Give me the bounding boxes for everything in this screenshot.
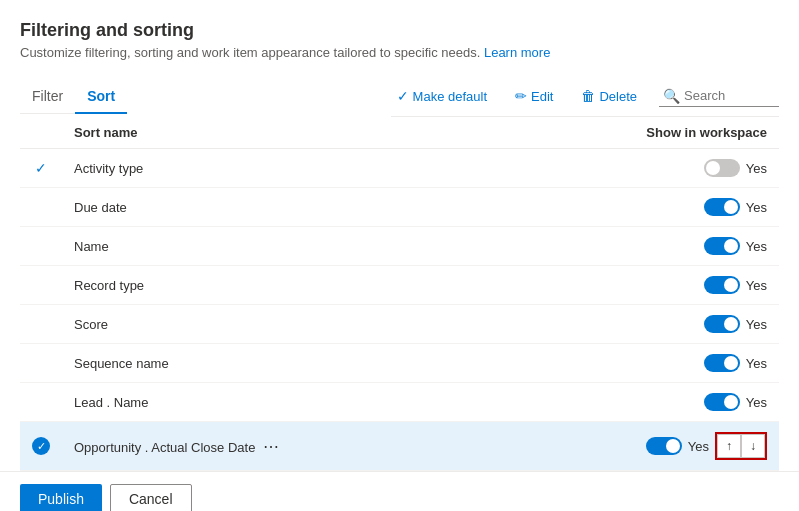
tab-filter[interactable]: Filter xyxy=(20,80,75,114)
row-sort-name: Due date xyxy=(62,188,619,227)
row-check xyxy=(20,305,62,344)
row-check: ✓ xyxy=(20,422,62,471)
row-check xyxy=(20,266,62,305)
tabs: Filter Sort xyxy=(20,80,127,114)
row-show-cell: Yes xyxy=(619,266,779,305)
row-show-cell: Yes xyxy=(619,344,779,383)
table-row[interactable]: Lead . NameYes xyxy=(20,383,779,422)
show-toggle[interactable] xyxy=(704,315,740,333)
show-toggle[interactable] xyxy=(704,159,740,177)
table-row[interactable]: Sequence nameYes xyxy=(20,344,779,383)
show-toggle[interactable] xyxy=(704,237,740,255)
row-check: ✓ xyxy=(20,149,62,188)
tab-sort[interactable]: Sort xyxy=(75,80,127,114)
row-show-cell: Yes xyxy=(619,149,779,188)
table-row[interactable]: NameYes xyxy=(20,227,779,266)
show-toggle[interactable] xyxy=(646,437,682,455)
toggle-label: Yes xyxy=(746,356,767,371)
table-row[interactable]: ✓Opportunity . Actual Close Date ⋯Yes↑↓ xyxy=(20,422,779,471)
make-default-button[interactable]: ✓ Make default xyxy=(391,84,493,108)
move-buttons: ↑↓ xyxy=(715,432,767,460)
row-check xyxy=(20,227,62,266)
col-check xyxy=(20,117,62,149)
row-sort-name: Score xyxy=(62,305,619,344)
table-row[interactable]: ScoreYes xyxy=(20,305,779,344)
toggle-label: Yes xyxy=(746,317,767,332)
edit-button[interactable]: ✏ Edit xyxy=(509,84,559,108)
show-toggle[interactable] xyxy=(704,354,740,372)
selected-circle: ✓ xyxy=(32,437,50,455)
row-sort-name: Lead . Name xyxy=(62,383,619,422)
row-check xyxy=(20,383,62,422)
show-toggle[interactable] xyxy=(704,276,740,294)
show-toggle[interactable] xyxy=(704,393,740,411)
footer: Publish Cancel xyxy=(0,471,799,511)
toggle-label: Yes xyxy=(746,200,767,215)
table-row[interactable]: ✓Activity typeYes xyxy=(20,149,779,188)
row-show-cell: Yes xyxy=(619,305,779,344)
row-show-cell: Yes↑↓ xyxy=(619,422,779,471)
search-input[interactable] xyxy=(684,88,774,103)
row-check xyxy=(20,188,62,227)
row-sort-name: Activity type xyxy=(62,149,619,188)
publish-button[interactable]: Publish xyxy=(20,484,102,511)
row-sort-name: Opportunity . Actual Close Date ⋯ xyxy=(62,422,619,471)
delete-button[interactable]: 🗑 Delete xyxy=(575,84,643,108)
cancel-button[interactable]: Cancel xyxy=(110,484,192,511)
sort-table: Sort name Show in workspace ✓Activity ty… xyxy=(20,117,779,471)
search-box[interactable]: 🔍 xyxy=(659,86,779,107)
ellipsis-button[interactable]: ⋯ xyxy=(259,437,283,456)
page-subtitle: Customize filtering, sorting and work it… xyxy=(20,45,779,60)
row-sort-name: Name xyxy=(62,227,619,266)
check-icon: ✓ xyxy=(397,88,409,104)
table-row[interactable]: Record typeYes xyxy=(20,266,779,305)
toggle-label: Yes xyxy=(746,395,767,410)
toggle-label: Yes xyxy=(746,239,767,254)
row-sort-name: Sequence name xyxy=(62,344,619,383)
search-icon: 🔍 xyxy=(663,88,680,104)
toggle-label: Yes xyxy=(746,278,767,293)
delete-icon: 🗑 xyxy=(581,88,595,104)
row-check xyxy=(20,344,62,383)
row-show-cell: Yes xyxy=(619,383,779,422)
row-show-cell: Yes xyxy=(619,227,779,266)
toolbar: ✓ Make default ✏ Edit 🗑 Delete 🔍 xyxy=(391,76,779,117)
toggle-label: Yes xyxy=(746,161,767,176)
check-mark-icon: ✓ xyxy=(35,160,47,176)
row-show-cell: Yes xyxy=(619,188,779,227)
move-up-button[interactable]: ↑ xyxy=(717,434,741,458)
table-row[interactable]: Due dateYes xyxy=(20,188,779,227)
row-sort-name: Record type xyxy=(62,266,619,305)
learn-more-link[interactable]: Learn more xyxy=(484,45,550,60)
col-show: Show in workspace xyxy=(619,117,779,148)
move-down-button[interactable]: ↓ xyxy=(741,434,765,458)
toggle-label: Yes xyxy=(688,439,709,454)
col-sort-name: Sort name xyxy=(62,117,619,149)
show-toggle[interactable] xyxy=(704,198,740,216)
edit-icon: ✏ xyxy=(515,88,527,104)
page-title: Filtering and sorting xyxy=(20,20,779,41)
